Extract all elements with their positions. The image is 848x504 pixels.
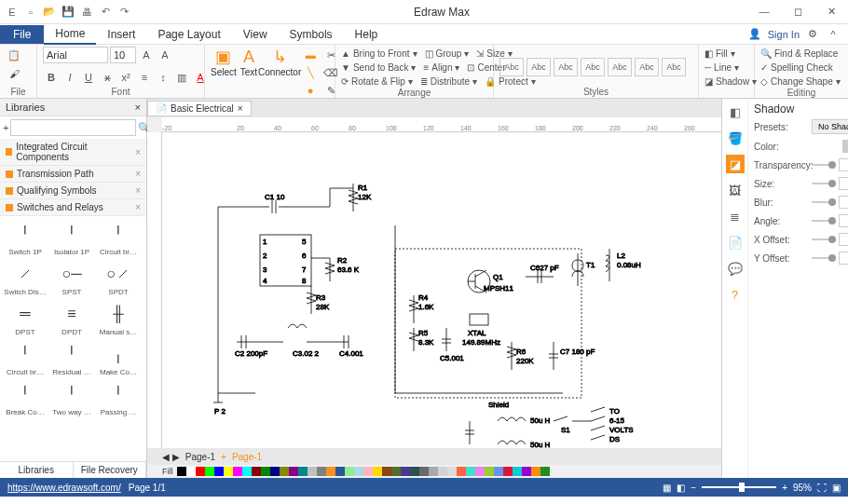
list-item[interactable]: ○⟋SPDT [97,260,140,296]
undo-icon[interactable]: ↶ [97,4,114,20]
yoffset-slider[interactable] [812,257,835,259]
document-tab[interactable]: 📄 Basic Electrical × [147,101,252,116]
linespace-icon[interactable]: ↕ [155,69,171,86]
font-size-select[interactable]: 10 [110,47,136,63]
size-value[interactable]: 100 % [839,177,848,190]
view2-icon[interactable]: ◧ [677,483,685,493]
color-swatch[interactable] [466,467,475,476]
paste-icon[interactable]: 📋 [6,47,22,63]
highlight-icon[interactable]: ▥ [173,69,190,86]
presets-select[interactable]: No Shadow [812,119,848,134]
color-swatch[interactable] [447,467,457,476]
color-swatch[interactable] [419,467,429,476]
fullscreen-icon[interactable]: ▣ [832,483,841,493]
signin-link[interactable]: Sign In [768,29,800,40]
user-icon[interactable]: 👤 [747,28,762,40]
style-7[interactable]: Abc [662,58,686,76]
close-tab-icon[interactable]: × [238,103,243,114]
xoffset-slider[interactable] [812,238,835,240]
shrink-font-icon[interactable]: A [157,47,173,63]
text-tool[interactable]: AText [240,47,257,77]
connector-tool[interactable]: ↳Connector [261,47,298,77]
color-swatch[interactable] [475,467,485,476]
shadow-button[interactable]: ◪ Shadow ▾ [704,75,757,88]
color-swatch[interactable] [373,467,382,476]
color-swatch[interactable] [429,467,438,476]
fill-button[interactable]: ◧ Fill ▾ [704,47,735,60]
theme-icon[interactable]: ◧ [726,102,745,121]
list-item[interactable]: ═DPST [4,300,47,336]
bring-front-button[interactable]: ▲ Bring to Front ▾ [341,47,417,60]
color-swatch[interactable] [317,467,326,476]
drawing-canvas[interactable]: 1 2 3 4 5 6 7 8 C1 10 R1 12K [162,132,721,448]
fill2-icon[interactable]: 🪣 [726,129,745,147]
tab-home[interactable]: Home [44,24,96,45]
yoffset-value[interactable]: 0.00 pt [839,252,848,265]
libtab-libraries[interactable]: Libraries [0,462,74,478]
image-icon[interactable]: 🖼 [726,181,745,199]
color-swatch[interactable] [457,467,466,476]
bold-icon[interactable]: B [43,69,60,86]
color-swatch[interactable] [308,467,317,476]
page-tab[interactable]: Page-1 [185,452,215,462]
transparency-value[interactable]: 87 % [839,158,848,171]
color-swatch[interactable] [540,467,550,476]
line-shape-icon[interactable]: ╲ [302,64,319,81]
tab-insert[interactable]: Insert [96,25,146,44]
color-swatch[interactable] [382,467,391,476]
fit-icon[interactable]: ⛶ [817,483,827,493]
close-libraries-icon[interactable]: × [135,102,141,113]
group-button[interactable]: ◫ Group ▾ [425,47,470,60]
settings-icon[interactable]: ⚙ [805,28,820,40]
transparency-slider[interactable] [812,164,835,166]
view1-icon[interactable]: ▦ [663,483,671,493]
size-slider[interactable] [812,183,835,184]
color-swatch[interactable] [261,467,270,476]
color-swatch[interactable] [391,467,401,476]
maximize-icon[interactable]: ◻ [785,6,811,18]
style-4[interactable]: Abc [581,58,605,76]
layer-icon[interactable]: ≣ [726,207,745,225]
color-swatch[interactable] [233,467,242,476]
blur-value[interactable]: 3.00 pt [839,196,848,209]
color-swatch[interactable] [354,467,363,476]
add-page-icon[interactable]: + [221,452,226,462]
color-swatch[interactable] [531,467,540,476]
list-item[interactable]: ╵Circuit br… [4,340,47,376]
angle-slider[interactable] [812,220,835,222]
color-swatch[interactable] [196,467,205,476]
style-5[interactable]: Abc [608,58,632,76]
zoom-slider[interactable] [702,486,776,488]
list-item[interactable]: ╵Two way … [50,380,93,416]
line-button[interactable]: ─ Line ▾ [704,61,739,74]
tab-page-layout[interactable]: Page Layout [146,25,231,44]
color-swatch[interactable] [522,467,531,476]
search-input[interactable] [10,119,136,136]
file-menu[interactable]: File [0,25,44,44]
color-swatch[interactable] [214,467,224,476]
color-swatch[interactable] [177,467,186,476]
tab-help[interactable]: Help [344,25,390,44]
zoom-in-icon[interactable]: + [782,483,787,493]
status-url[interactable]: https://www.edrawsoft.com/ [7,483,121,493]
libcat-0[interactable]: Integrated Circuit Components× [0,139,146,166]
angle-value[interactable]: 0 deg [839,214,848,227]
style-3[interactable]: Abc [554,58,578,76]
print-icon[interactable]: 🖶 [78,4,95,20]
align-button[interactable]: ≡ Align ▾ [423,61,459,74]
color-swatch[interactable] [224,467,233,476]
redo-icon[interactable]: ↷ [116,4,132,20]
select-tool[interactable]: ▣Select [211,47,237,77]
distribute-button[interactable]: ≣ Distribute ▾ [420,75,477,88]
circle-shape-icon[interactable]: ● [302,82,319,99]
color-swatch[interactable] [345,467,354,476]
color-swatch[interactable] [494,467,503,476]
libcat-2[interactable]: Qualifying Symbols× [0,183,146,199]
close-icon[interactable]: ✕ [818,6,844,18]
open-icon[interactable]: 📂 [41,4,58,20]
libcat-3[interactable]: Switches and Relays× [0,199,146,216]
underline-icon[interactable]: U [80,69,97,86]
color-swatch[interactable] [186,467,196,476]
list-item[interactable]: ╵Isolator 1P [50,220,93,256]
add-library-icon[interactable]: + [3,119,8,136]
